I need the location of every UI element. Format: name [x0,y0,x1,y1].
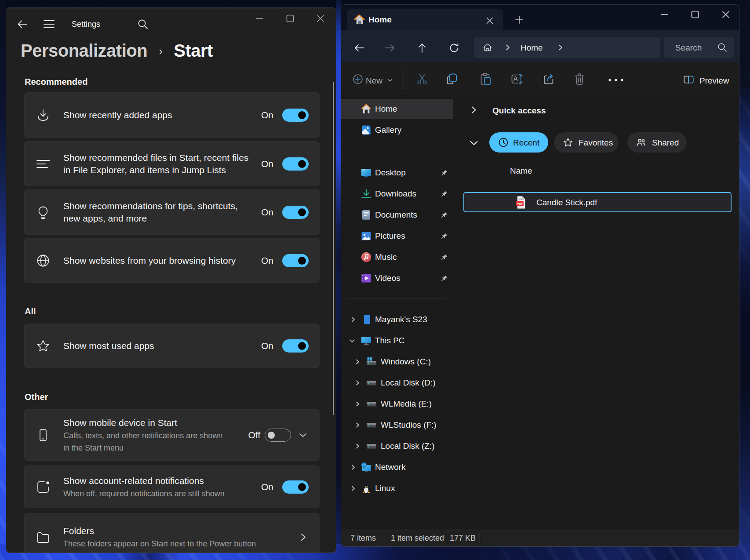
svg-text:PDF: PDF [517,202,524,205]
